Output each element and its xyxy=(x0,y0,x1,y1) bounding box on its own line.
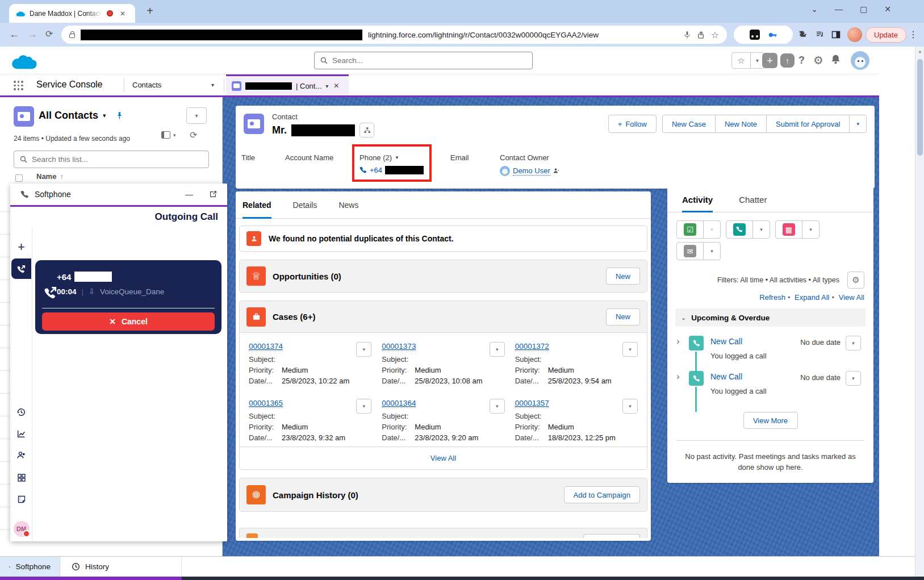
add-to-campaign-button[interactable]: Add to Campaign xyxy=(564,486,640,503)
log-call-button[interactable] xyxy=(726,221,752,238)
new-opportunity-button[interactable]: New xyxy=(606,268,640,285)
window-minimize-icon[interactable]: — xyxy=(835,5,843,14)
cases-title[interactable]: Cases (6+) xyxy=(273,312,315,322)
phone-dropdown-icon[interactable]: ▼ xyxy=(395,155,399,160)
list-view-chevron-icon[interactable]: ▾ xyxy=(103,112,106,119)
browser-tab[interactable]: Dane Maddox | Contact | Sal ✕ xyxy=(9,4,135,23)
mic-icon[interactable] xyxy=(683,30,691,39)
case-number-link[interactable]: 00001357 xyxy=(515,399,549,408)
page-scrollbar[interactable]: ▲ xyxy=(915,47,924,577)
list-search[interactable] xyxy=(14,151,209,168)
case-actions-button[interactable]: ▾ xyxy=(622,342,638,357)
utility-softphone-tab[interactable]: Softphone xyxy=(0,557,60,577)
reload-icon[interactable]: ⟳ xyxy=(45,28,53,40)
notifications-bell-icon[interactable] xyxy=(830,54,841,65)
scrollbar-thumb[interactable] xyxy=(917,59,923,156)
case-actions-button[interactable]: ▾ xyxy=(622,399,638,414)
case-number-link[interactable]: 00001373 xyxy=(382,342,416,351)
bookmark-star-icon[interactable]: ☆ xyxy=(711,30,719,40)
browser-menu-icon[interactable]: ⋮ xyxy=(909,29,918,40)
activity-settings-button[interactable]: ⚙ xyxy=(847,272,864,289)
new-call-tab-icon[interactable]: + xyxy=(10,240,32,254)
scrollbar-up-icon[interactable]: ▲ xyxy=(915,49,924,54)
activity-item-actions-button[interactable]: ▾ xyxy=(846,336,861,350)
refresh-list-icon[interactable]: ⟳ xyxy=(190,130,197,140)
change-owner-icon[interactable] xyxy=(553,168,560,174)
new-task-button[interactable]: ☑ xyxy=(677,221,703,238)
user-avatar[interactable] xyxy=(851,51,869,70)
minimize-widget-icon[interactable]: — xyxy=(185,190,193,199)
back-icon[interactable]: ← xyxy=(9,28,19,40)
setup-gear-icon[interactable]: ⚙ xyxy=(813,53,823,67)
browser-profile-avatar[interactable] xyxy=(847,27,862,42)
case-actions-button[interactable]: ▾ xyxy=(356,342,371,357)
nav-tab-contacts[interactable]: Contacts xyxy=(132,81,161,89)
submit-for-approval-button[interactable]: Submit for Approval xyxy=(766,115,850,133)
new-case-button[interactable]: New Case xyxy=(662,115,716,133)
expand-all-link[interactable]: Expand All xyxy=(795,293,829,302)
global-search[interactable] xyxy=(314,52,533,69)
email-dropdown-icon[interactable]: ▾ xyxy=(703,243,720,260)
activity-filters[interactable]: Filters: All time • All activities • All… xyxy=(717,276,839,284)
call-dropdown-icon[interactable]: ▾ xyxy=(752,221,770,238)
playlist-icon[interactable] xyxy=(816,30,825,39)
activity-item-actions-button[interactable]: ▾ xyxy=(846,371,861,386)
view-more-button[interactable]: View More xyxy=(743,412,798,429)
new-event-button[interactable]: ▦ xyxy=(776,221,802,238)
new-tab-button[interactable]: + xyxy=(143,5,157,18)
workspace-tab-chevron-icon[interactable]: ▾ xyxy=(325,83,328,89)
expand-item-icon[interactable]: › xyxy=(676,336,680,347)
case-actions-button[interactable]: ▾ xyxy=(490,342,505,357)
expand-item-icon[interactable]: › xyxy=(676,371,680,382)
email-button[interactable]: ✉ xyxy=(677,243,703,260)
event-dropdown-icon[interactable]: ▾ xyxy=(802,221,819,238)
refresh-link[interactable]: Refresh xyxy=(759,293,785,302)
tab-related[interactable]: Related xyxy=(243,191,271,218)
activity-item-title[interactable]: New Call xyxy=(710,372,742,381)
task-dropdown-icon[interactable]: ▾ xyxy=(703,221,720,238)
view-all-activity-link[interactable]: View All xyxy=(839,293,864,302)
active-call-tab[interactable] xyxy=(11,258,31,279)
contacts-tab-chevron-icon[interactable]: ▾ xyxy=(211,82,214,88)
forward-icon[interactable]: → xyxy=(27,28,37,40)
workspace-tab-contact[interactable]: | Cont... ▾ ✕ xyxy=(226,74,349,95)
campaign-history-title[interactable]: Campaign History (0) xyxy=(273,490,358,500)
case-actions-button[interactable]: ▾ xyxy=(490,399,505,414)
upcoming-overdue-section[interactable]: ⌄ Upcoming & Overdue xyxy=(675,308,866,327)
window-menu-icon[interactable]: ⌄ xyxy=(811,5,818,14)
call-history-icon[interactable] xyxy=(10,407,32,417)
case-number-link[interactable]: 00001372 xyxy=(515,342,549,351)
favorites-button[interactable]: ☆ ▾ xyxy=(731,52,764,69)
phone-value-link[interactable]: +64 xyxy=(370,166,382,174)
tab-close-icon[interactable]: ✕ xyxy=(118,9,128,19)
notes-icon[interactable] xyxy=(10,495,32,504)
global-actions-button[interactable]: + xyxy=(762,53,777,68)
popout-icon[interactable] xyxy=(209,190,217,198)
puzzle-extensions-icon[interactable] xyxy=(798,30,808,39)
window-close-icon[interactable]: ✕ xyxy=(884,5,891,14)
dashboard-grid-icon[interactable] xyxy=(10,473,32,482)
case-number-link[interactable]: 00001365 xyxy=(249,399,283,408)
key-extension-icon[interactable] xyxy=(768,30,777,40)
stats-chart-icon[interactable] xyxy=(10,429,32,439)
utility-history-tab[interactable]: History xyxy=(60,557,182,577)
follow-button[interactable]: +Follow xyxy=(608,115,657,133)
address-bar[interactable]: lightning.force.com/lightning/r/Contact/… xyxy=(61,26,727,44)
tab-news[interactable]: News xyxy=(338,191,358,218)
new-note-button[interactable]: New Note xyxy=(715,115,767,133)
name-column-header[interactable]: Name xyxy=(36,172,56,181)
contacts-directory-icon[interactable] xyxy=(10,450,32,460)
window-maximize-icon[interactable]: ▢ xyxy=(860,5,867,14)
case-number-link[interactable]: 00001374 xyxy=(249,342,283,351)
new-case-related-button[interactable]: New xyxy=(606,308,640,326)
select-all-checkbox[interactable] xyxy=(15,174,23,182)
view-all-cases-link[interactable]: View All xyxy=(430,454,456,462)
share-icon[interactable] xyxy=(697,31,705,39)
extension-icon[interactable] xyxy=(750,30,760,40)
cancel-call-button[interactable]: ✕ Cancel xyxy=(42,312,215,331)
tab-details[interactable]: Details xyxy=(293,191,317,218)
view-hierarchy-button[interactable] xyxy=(359,123,374,137)
tab-activity[interactable]: Activity xyxy=(682,187,713,212)
list-search-input[interactable] xyxy=(32,155,203,164)
owner-link[interactable]: Demo User xyxy=(513,166,550,176)
